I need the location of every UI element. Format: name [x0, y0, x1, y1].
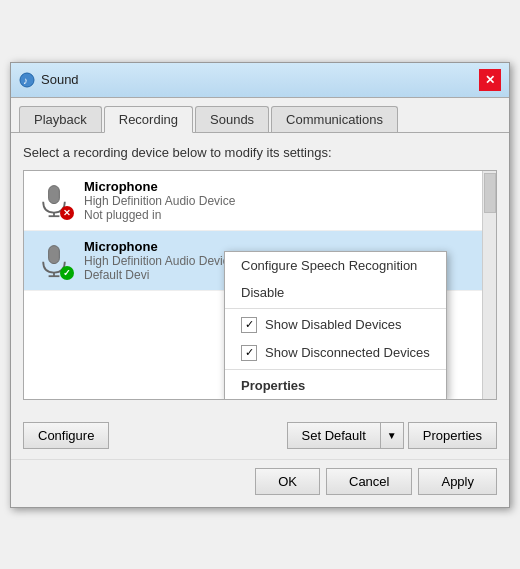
context-menu-item-show-disabled[interactable]: Show Disabled Devices: [225, 311, 446, 339]
dialog-buttons: OK Cancel Apply: [11, 459, 509, 507]
ok-button[interactable]: OK: [255, 468, 320, 495]
context-menu-item-configure-speech[interactable]: Configure Speech Recognition: [225, 252, 446, 279]
tab-bar: Playback Recording Sounds Communications: [11, 98, 509, 133]
device-info-1: Microphone High Definition Audio Device …: [84, 179, 486, 222]
context-menu-separator-1: [225, 308, 446, 309]
tab-sounds[interactable]: Sounds: [195, 106, 269, 132]
show-disabled-label: Show Disabled Devices: [265, 317, 402, 332]
disable-label: Disable: [241, 285, 284, 300]
show-disconnected-label: Show Disconnected Devices: [265, 345, 430, 360]
title-bar: ♪ Sound ✕: [11, 63, 509, 98]
cancel-button[interactable]: Cancel: [326, 468, 412, 495]
properties-context-label: Properties: [241, 378, 305, 393]
tab-recording[interactable]: Recording: [104, 106, 193, 133]
apply-button[interactable]: Apply: [418, 468, 497, 495]
window-title: Sound: [41, 72, 79, 87]
context-menu-item-disable[interactable]: Disable: [225, 279, 446, 306]
properties-button[interactable]: Properties: [408, 422, 497, 449]
close-button[interactable]: ✕: [479, 69, 501, 91]
list-item[interactable]: ✕ Microphone High Definition Audio Devic…: [24, 171, 496, 231]
status-badge-1: ✕: [60, 206, 74, 220]
context-menu-item-properties[interactable]: Properties: [225, 372, 446, 399]
device-icon-1: ✕: [34, 180, 74, 220]
device-list[interactable]: ✕ Microphone High Definition Audio Devic…: [23, 170, 497, 400]
svg-rect-2: [49, 186, 60, 204]
device-sub-1: High Definition Audio Device: [84, 194, 486, 208]
svg-rect-5: [49, 246, 60, 264]
set-default-arrow-button[interactable]: ▼: [380, 422, 404, 449]
configure-speech-label: Configure Speech Recognition: [241, 258, 417, 273]
device-icon-2: ✓: [34, 240, 74, 280]
set-default-group: Set Default ▼: [287, 422, 404, 449]
tab-communications[interactable]: Communications: [271, 106, 398, 132]
status-badge-2: ✓: [60, 266, 74, 280]
right-button-group: Set Default ▼ Properties: [287, 422, 497, 449]
speaker-icon: ♪: [19, 72, 35, 88]
tab-playback[interactable]: Playback: [19, 106, 102, 132]
scrollbar-thumb[interactable]: [484, 173, 496, 213]
show-disabled-checkbox[interactable]: [241, 317, 257, 333]
configure-button[interactable]: Configure: [23, 422, 109, 449]
title-bar-left: ♪ Sound: [19, 72, 79, 88]
bottom-buttons: Configure Set Default ▼ Properties: [11, 412, 509, 459]
context-menu-item-show-disconnected[interactable]: Show Disconnected Devices: [225, 339, 446, 367]
context-menu-separator-2: [225, 369, 446, 370]
set-default-button[interactable]: Set Default: [287, 422, 380, 449]
description-text: Select a recording device below to modif…: [23, 145, 497, 160]
context-menu: Configure Speech Recognition Disable Sho…: [224, 251, 447, 400]
svg-text:♪: ♪: [23, 75, 28, 86]
content-area: Select a recording device below to modif…: [11, 133, 509, 412]
device-status-1: Not plugged in: [84, 208, 486, 222]
show-disconnected-checkbox[interactable]: [241, 345, 257, 361]
sound-dialog: ♪ Sound ✕ Playback Recording Sounds Comm…: [10, 62, 510, 508]
device-name-1: Microphone: [84, 179, 486, 194]
scrollbar[interactable]: [482, 171, 496, 399]
